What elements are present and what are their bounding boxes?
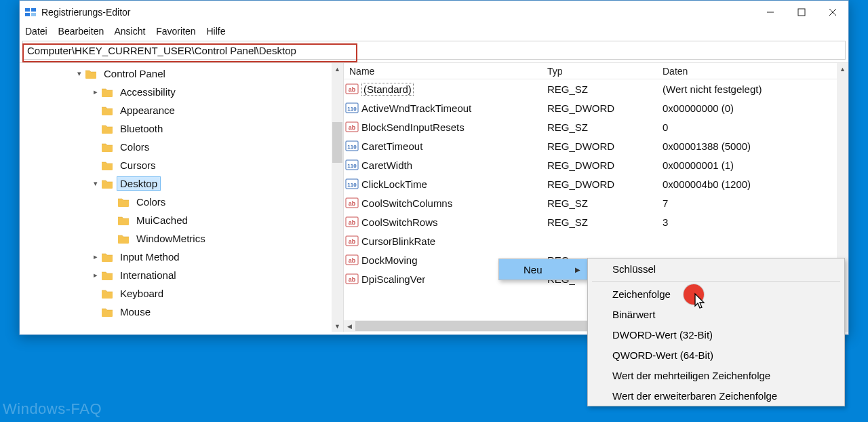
col-type[interactable]: Typ	[547, 66, 663, 77]
regedit-icon	[25, 7, 36, 18]
string-value-icon	[345, 121, 359, 133]
ctx-qword64[interactable]: QWORD-Wert (64-Bit)	[588, 345, 844, 365]
list-row[interactable]: ActiveWndTrackTimeoutREG_DWORD0x00000000…	[344, 98, 848, 117]
folder-icon	[101, 160, 113, 171]
chevron-right-icon[interactable]: ▸	[90, 88, 101, 96]
value-type: REG_DWORD	[547, 102, 663, 114]
folder-icon	[117, 197, 130, 208]
titlebar[interactable]: Registrierungs-Editor	[20, 1, 848, 23]
list-row[interactable]: (Standard)REG_SZ(Wert nicht festgelegt)	[344, 79, 848, 98]
tree-item[interactable]: ▸Input Method	[25, 248, 343, 266]
folder-icon	[101, 123, 113, 134]
value-data: 7	[663, 197, 848, 209]
cursor-icon	[694, 292, 707, 310]
ctx-expandsz[interactable]: Wert der erweiterbaren Zeichenfolge	[588, 385, 844, 406]
tree-item[interactable]: Cursors	[25, 156, 343, 174]
menu-datei[interactable]: Datei	[25, 26, 47, 37]
tree-item[interactable]: MuiCached	[25, 211, 343, 229]
folder-icon	[117, 233, 130, 244]
col-data[interactable]: Daten	[663, 66, 848, 77]
tree-item[interactable]: ▸Accessibility	[25, 83, 343, 101]
tree-item-label: International	[117, 269, 179, 282]
string-value-icon	[345, 83, 359, 95]
chevron-down-icon[interactable]: ▾	[74, 69, 85, 78]
scroll-up-icon[interactable]: ▲	[837, 63, 848, 75]
menu-hilfe[interactable]: Hilfe	[206, 26, 225, 37]
tree-item-label: Keyboard	[117, 287, 166, 300]
value-name: CaretWidth	[361, 159, 547, 171]
tree-item[interactable]: Keyboard	[25, 284, 343, 303]
ctx-binaerwert[interactable]: Binärwert	[588, 304, 844, 324]
address-bar[interactable]	[22, 41, 846, 60]
menu-ansicht[interactable]: Ansicht	[114, 26, 145, 37]
scroll-left-icon[interactable]: ◀	[344, 323, 355, 330]
tree-item[interactable]: WindowMetrics	[25, 229, 343, 248]
tree-item[interactable]: Mouse	[25, 303, 343, 321]
tree-scrollbar[interactable]: ▲ ▼	[332, 63, 343, 332]
tree-item[interactable]: ▸International	[25, 266, 343, 284]
binary-value-icon	[345, 159, 359, 171]
ctx-zeichenfolge[interactable]: Zeichenfolge	[588, 284, 844, 304]
list-row[interactable]: ClickLockTimeREG_DWORD0x000004b0 (1200)	[344, 174, 848, 193]
tree-item-label: Cursors	[117, 159, 159, 172]
value-name: CoolSwitchRows	[361, 216, 547, 228]
context-submenu[interactable]: Schlüssel Zeichenfolge Binärwert DWORD-W…	[587, 258, 845, 406]
ctx-dword32[interactable]: DWORD-Wert (32-Bit)	[588, 324, 844, 345]
string-value-icon	[345, 254, 359, 266]
list-row[interactable]: CoolSwitchColumnsREG_SZ7	[344, 193, 848, 212]
tree-item-label: Colors	[117, 140, 152, 153]
tree-item-label: Appearance	[117, 104, 178, 117]
chevron-right-icon[interactable]: ▸	[90, 252, 101, 261]
menu-favoriten[interactable]: Favoriten	[156, 26, 195, 37]
maximize-button[interactable]	[786, 1, 817, 23]
scroll-thumb[interactable]	[332, 122, 342, 163]
chevron-down-icon[interactable]: ▾	[90, 179, 101, 188]
folder-icon	[101, 270, 113, 281]
tree-item[interactable]: ▾Desktop	[25, 174, 343, 193]
value-data: 0x00000000 (0)	[663, 102, 848, 114]
tree-item[interactable]: ▾Control Panel	[25, 64, 343, 83]
value-name: CaretTimeout	[361, 140, 547, 152]
value-type: REG_DWORD	[547, 140, 663, 152]
string-value-icon	[345, 197, 359, 209]
watermark: Windows-FAQ	[3, 400, 102, 418]
ctx-schluessel[interactable]: Schlüssel	[588, 258, 844, 279]
folder-icon	[117, 215, 130, 226]
context-item-neu[interactable]: Neu ▶	[499, 259, 587, 280]
tree-item-label: Desktop	[117, 177, 160, 190]
tree-item[interactable]: Colors	[25, 193, 343, 211]
list-row[interactable]: CursorBlinkRate	[344, 231, 848, 250]
value-data: 0	[663, 121, 848, 133]
list-row[interactable]: CaretTimeoutREG_DWORD0x00001388 (5000)	[344, 136, 848, 155]
tree-item[interactable]: Appearance	[25, 101, 343, 119]
ctx-multisz[interactable]: Wert der mehrteiligen Zeichenfolge	[588, 365, 844, 385]
folder-icon	[101, 178, 113, 189]
binary-value-icon	[345, 102, 359, 114]
context-menu[interactable]: Neu ▶	[498, 258, 588, 280]
value-type: REG_SZ	[547, 121, 663, 133]
list-row[interactable]: CaretWidthREG_DWORD0x00000001 (1)	[344, 155, 848, 174]
list-header: Name Typ Daten	[344, 63, 848, 79]
tree-item-label: Colors	[134, 195, 168, 208]
value-type: REG_DWORD	[547, 159, 663, 171]
tree-item[interactable]: Bluetooth	[25, 119, 343, 138]
menu-bearbeiten[interactable]: Bearbeiten	[58, 26, 104, 37]
tree-item-label: Control Panel	[101, 67, 168, 80]
tree-item-label: MuiCached	[134, 214, 191, 227]
value-type: REG_SZ	[547, 216, 663, 228]
minimize-button[interactable]	[755, 1, 786, 23]
tree-item-label: Accessibility	[117, 85, 178, 98]
value-name: CursorBlinkRate	[361, 235, 547, 247]
list-row[interactable]: BlockSendInputResetsREG_SZ0	[344, 117, 848, 136]
close-button[interactable]	[817, 1, 848, 23]
scroll-up-icon[interactable]: ▲	[332, 63, 343, 75]
list-row[interactable]: CoolSwitchRowsREG_SZ3	[344, 212, 848, 231]
svg-rect-8	[798, 9, 805, 16]
col-name[interactable]: Name	[344, 66, 547, 77]
tree-item[interactable]: Colors	[25, 138, 343, 156]
scroll-down-icon[interactable]: ▼	[332, 320, 343, 332]
menubar: Datei Bearbeiten Ansicht Favoriten Hilfe	[20, 23, 848, 41]
folder-icon	[101, 142, 113, 153]
chevron-right-icon[interactable]: ▸	[90, 271, 101, 280]
binary-value-icon	[345, 140, 359, 152]
